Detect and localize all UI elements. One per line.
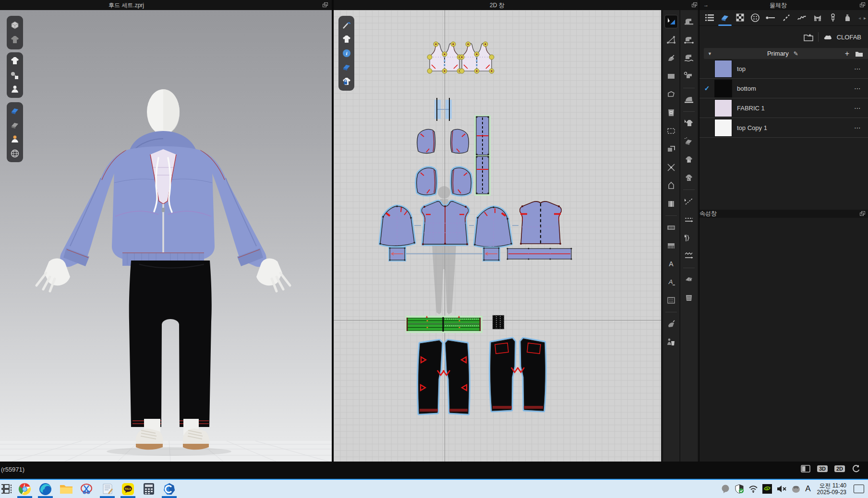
pattern-pants-front[interactable] [419, 341, 469, 414]
pattern-hood-band-2[interactable] [474, 155, 491, 196]
3d-scene[interactable] [0, 10, 332, 462]
pattern-texture-tool[interactable] [682, 171, 696, 185]
pattern-waistband[interactable] [406, 316, 482, 333]
tray-wifi-icon[interactable] [748, 485, 758, 493]
fabric-swatch[interactable] [714, 99, 732, 117]
clofab-logo-icon[interactable] [823, 34, 832, 40]
2d-pattern-canvas[interactable]: i [334, 10, 661, 462]
taskbar-explorer-icon[interactable] [56, 480, 76, 498]
fabric-blue-icon[interactable] [10, 106, 20, 116]
edit-curvature-tool[interactable] [664, 51, 678, 65]
cloth-grab-tool[interactable] [664, 317, 678, 331]
grading-text-tool[interactable]: A [664, 275, 678, 289]
taskbar-clo-icon[interactable] [159, 480, 180, 498]
taskbar-snipping-icon[interactable] [76, 480, 97, 498]
sync-icon[interactable] [852, 464, 860, 473]
tray-security-icon[interactable] [735, 484, 744, 494]
pattern-hood-band-1[interactable] [474, 115, 491, 156]
shirring-tool[interactable] [682, 249, 696, 263]
2d-view-badge[interactable]: 2D [834, 465, 845, 472]
3d-avatar-garment[interactable] [0, 10, 332, 462]
pattern-hood-right-selected[interactable] [452, 168, 471, 195]
select-move-3d-garment-tool[interactable] [682, 117, 696, 130]
internal-rectangle-tool[interactable] [664, 197, 678, 211]
3d-undock-icon[interactable] [323, 2, 328, 8]
pattern-clone-tool[interactable] [664, 142, 678, 156]
pattern-hood-side-left[interactable] [417, 129, 435, 153]
notch-tool[interactable] [664, 161, 678, 174]
needle-icon[interactable] [342, 20, 351, 30]
pattern-drawcord[interactable] [434, 98, 452, 121]
fabric-swatch[interactable] [714, 60, 732, 78]
seam-allowance-tool[interactable] [664, 221, 678, 234]
pattern-cuff-left[interactable] [389, 247, 405, 261]
hoodie-body[interactable] [112, 146, 215, 266]
pattern-bodice-back[interactable] [520, 202, 562, 245]
tray-ime-indicator[interactable]: A [805, 484, 810, 494]
tab-puckering[interactable] [797, 12, 807, 23]
polygon-tool[interactable] [664, 88, 678, 101]
taskbar-chrome-icon[interactable] [14, 480, 35, 498]
avatar-skin-icon[interactable] [10, 134, 20, 144]
tab-trim-bow[interactable] [813, 12, 822, 23]
pattern-hem-band[interactable] [506, 248, 572, 260]
pattern-sleeve-right[interactable] [474, 206, 512, 247]
fabric-row-top[interactable]: ✓ top ⋯ [699, 59, 868, 79]
pattern-tank-front[interactable] [427, 42, 462, 73]
fabric-swatch[interactable] [714, 119, 732, 137]
lock-garment-icon[interactable] [342, 77, 351, 86]
split-view-icon[interactable] [801, 465, 810, 473]
tray-mouse-icon[interactable] [791, 485, 801, 493]
3d-garment-display-icon[interactable] [10, 35, 20, 45]
elastic-tool[interactable] [682, 231, 696, 245]
tray-volume-muted-icon[interactable] [776, 485, 787, 493]
fabric-more-icon[interactable]: ⋯ [854, 65, 861, 72]
3d-render-cube-icon[interactable] [10, 20, 20, 31]
taskbar-kakaotalk-icon[interactable]: TALK [118, 480, 138, 498]
collapse-group-icon[interactable]: ▼ [708, 51, 712, 56]
taskbar-notepad-icon[interactable] [97, 480, 118, 498]
tab-scroll-left-icon[interactable]: ◂ [858, 15, 861, 21]
pattern-sleeve-left[interactable] [379, 205, 415, 246]
free-sewing-tool[interactable] [682, 33, 696, 47]
tab-button[interactable] [751, 12, 760, 23]
pattern-pocket-square[interactable] [493, 315, 504, 329]
2d-undock-icon[interactable] [692, 2, 698, 8]
clofab-label[interactable]: CLOFAB [837, 34, 861, 41]
pattern-tank-back[interactable] [459, 42, 494, 73]
tray-chat-icon[interactable] [721, 485, 730, 493]
fabric-2d-icon[interactable] [342, 62, 351, 72]
pin-tool-icon[interactable] [10, 70, 20, 81]
fabric-row-top-copy-1[interactable]: ✓ top Copy 1 ⋯ [699, 118, 868, 138]
edit-pattern-tool[interactable] [664, 33, 678, 47]
edit-group-icon[interactable]: ✎ [794, 50, 798, 57]
notification-center-icon[interactable] [854, 485, 864, 493]
fabric-more-icon[interactable]: ⋯ [854, 124, 861, 131]
3d-view-badge[interactable]: 3D [817, 465, 828, 472]
fabric-gray-icon[interactable] [10, 120, 20, 130]
property-undock-icon[interactable] [860, 211, 866, 216]
fabric-group-header[interactable]: ▼ Primary ✎ + [704, 48, 868, 59]
pattern-pants-back[interactable] [491, 339, 545, 411]
fusing-iron-tool[interactable] [682, 93, 696, 107]
tab-graphic[interactable] [736, 12, 745, 23]
folder-icon[interactable] [855, 50, 863, 57]
globe-icon[interactable] [10, 148, 20, 159]
segment-sewing-tool[interactable] [682, 15, 696, 28]
topstitch-segment-tool[interactable] [682, 195, 696, 208]
edit-sewing-tool[interactable] [682, 70, 696, 83]
texture-garment-tool[interactable] [682, 153, 696, 166]
fabric-row-fabric1[interactable]: ✓ FABRIC 1 ⋯ [699, 98, 868, 118]
pants[interactable] [129, 261, 212, 427]
fabric-hanger-tool[interactable] [682, 135, 696, 148]
fabric-row-bottom[interactable]: ✓ bottom ⋯ [699, 79, 868, 98]
internal-polygon-tool[interactable] [664, 124, 678, 138]
fabric-more-icon[interactable]: ⋯ [854, 104, 861, 112]
tab-buttonhole[interactable] [766, 12, 775, 23]
tab-zipper[interactable] [829, 12, 837, 23]
comb-tool[interactable] [664, 239, 678, 252]
lacing-tool[interactable] [664, 106, 678, 119]
text-tool[interactable]: A [664, 257, 678, 271]
tab-trim-spray[interactable] [844, 12, 852, 23]
fabric-swatch[interactable] [714, 80, 732, 97]
